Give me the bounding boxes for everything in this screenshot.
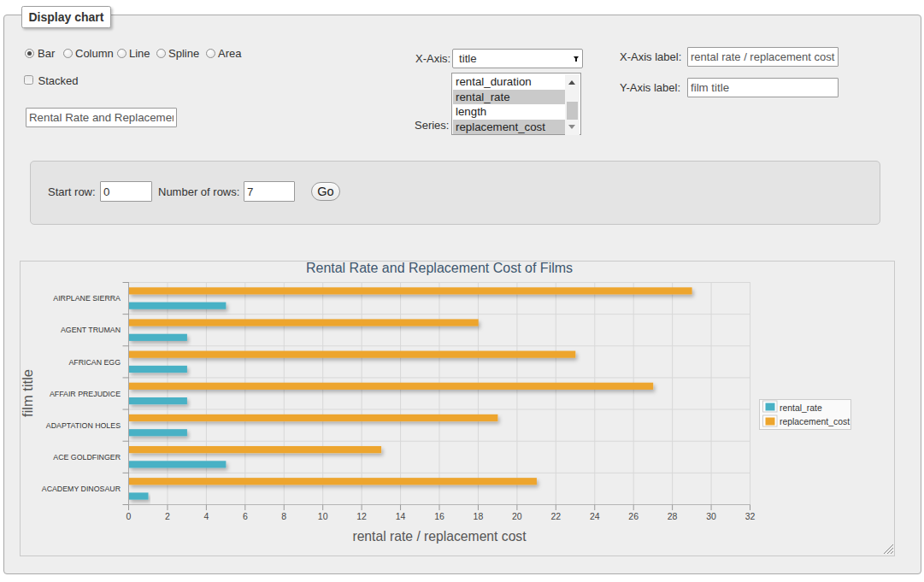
svg-text:30: 30 [706,511,716,521]
svg-text:6: 6 [243,511,248,521]
svg-text:20: 20 [512,511,522,521]
svg-text:rental rate / replacement cost: rental rate / replacement cost [352,529,527,544]
svg-text:AFRICAN EGG: AFRICAN EGG [68,358,121,367]
svg-text:10: 10 [318,511,328,521]
svg-text:AGENT TRUMAN: AGENT TRUMAN [61,326,121,334]
svg-text:18: 18 [474,511,484,521]
svg-text:Rental Rate and Replacement Co: Rental Rate and Replacement Cost of Film… [306,261,573,275]
svg-text:ADAPTATION HOLES: ADAPTATION HOLES [46,421,121,430]
svg-text:4: 4 [203,511,209,521]
svg-text:ACE GOLDFINGER: ACE GOLDFINGER [53,453,121,461]
svg-text:28: 28 [668,511,678,521]
svg-text:12: 12 [356,511,367,521]
svg-text:ACADEMY DINOSAUR: ACADEMY DINOSAUR [42,485,121,493]
svg-text:16: 16 [434,511,444,521]
svg-text:26: 26 [628,511,639,521]
svg-text:8: 8 [281,511,286,521]
svg-text:14: 14 [396,511,406,521]
svg-text:replacement_cost: replacement_cost [780,417,850,426]
svg-text:24: 24 [590,511,600,521]
svg-text:2: 2 [165,511,170,521]
svg-text:AFFAIR PREJUDICE: AFFAIR PREJUDICE [50,390,121,398]
svg-text:0: 0 [127,511,132,521]
svg-text:32: 32 [745,511,756,521]
svg-text:AIRPLANE SIERRA: AIRPLANE SIERRA [53,294,121,303]
svg-text:22: 22 [550,511,561,521]
svg-text:film title: film title [20,369,35,417]
svg-text:rental_rate: rental_rate [780,403,822,413]
